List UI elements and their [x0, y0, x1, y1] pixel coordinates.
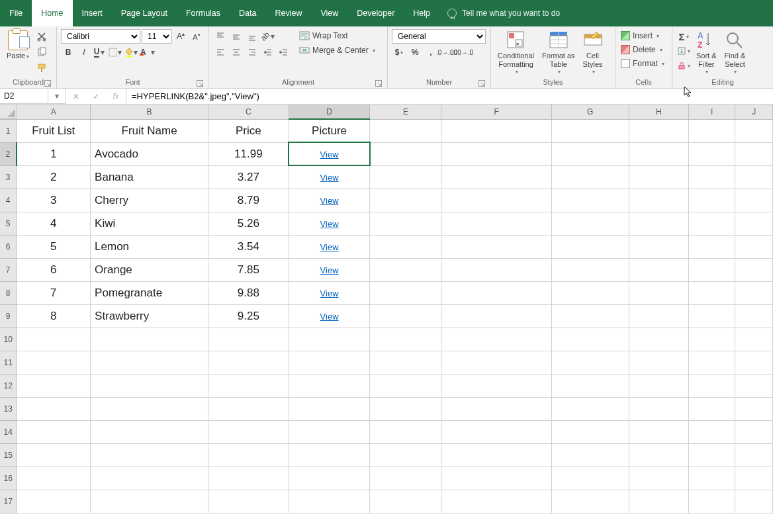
cell-D11[interactable] — [289, 351, 370, 374]
cell-B3[interactable]: Banana — [91, 165, 208, 189]
cells-insert-button[interactable]: Insert — [619, 29, 660, 42]
cell-J11[interactable] — [735, 351, 773, 374]
row-header-6[interactable]: 6 — [0, 235, 17, 258]
tab-view[interactable]: View — [311, 0, 347, 26]
cell-H2[interactable] — [629, 142, 688, 165]
bold-button[interactable]: B — [61, 45, 75, 60]
row-header-5[interactable]: 5 — [0, 212, 17, 235]
hyperlink[interactable]: View — [320, 219, 339, 229]
cell-C3[interactable]: 3.27 — [208, 165, 289, 189]
hyperlink[interactable]: View — [320, 196, 339, 206]
cell-F12[interactable] — [441, 374, 551, 397]
cell-F9[interactable] — [441, 304, 551, 328]
cell-J13[interactable] — [735, 397, 773, 420]
cell-G6[interactable] — [551, 235, 629, 258]
cell-J14[interactable] — [735, 420, 773, 443]
comma-style-button[interactable]: , — [424, 45, 438, 60]
cell-A17[interactable] — [17, 490, 91, 513]
cell-G14[interactable] — [551, 420, 629, 443]
cell-C8[interactable]: 9.88 — [208, 281, 289, 304]
cell-I7[interactable] — [688, 258, 735, 281]
cell-E1[interactable] — [370, 119, 441, 142]
find-select-button[interactable]: Find & Select — [722, 29, 749, 77]
row-header-15[interactable]: 15 — [0, 443, 17, 466]
cell-B15[interactable] — [91, 443, 208, 466]
row-header-14[interactable]: 14 — [0, 420, 17, 443]
cell-B17[interactable] — [91, 490, 208, 513]
cell-A14[interactable] — [17, 420, 91, 443]
cell-A10[interactable] — [17, 328, 91, 351]
cell-G1[interactable] — [551, 119, 629, 142]
cell-G4[interactable] — [551, 189, 629, 212]
cell-G8[interactable] — [551, 281, 629, 304]
cell-H6[interactable] — [629, 235, 688, 258]
cell-C15[interactable] — [208, 443, 289, 466]
cell-C2[interactable]: 11.99 — [208, 142, 289, 165]
cell-F3[interactable] — [441, 165, 551, 189]
wrap-text-button[interactable]: Wrap Text — [298, 29, 383, 42]
cell-H10[interactable] — [629, 328, 688, 351]
cell-E15[interactable] — [370, 443, 441, 466]
orientation-button[interactable]: ab▾ — [261, 29, 275, 44]
cell-E17[interactable] — [370, 490, 441, 513]
cell-C6[interactable]: 3.54 — [208, 235, 289, 258]
column-header-A[interactable]: A — [17, 105, 91, 119]
conditional-formatting-button[interactable]: ≠ Conditional Formatting — [495, 29, 537, 77]
hyperlink[interactable]: View — [320, 265, 339, 275]
cell-F10[interactable] — [441, 328, 551, 351]
cell-A9[interactable]: 8 — [17, 304, 91, 328]
cell-C11[interactable] — [208, 351, 289, 374]
merge-center-button[interactable]: Merge & Center — [298, 44, 383, 57]
hyperlink[interactable]: View — [320, 288, 339, 298]
cell-J3[interactable] — [735, 165, 773, 189]
cell-C13[interactable] — [208, 397, 289, 420]
cell-A13[interactable] — [17, 397, 91, 420]
cell-A1[interactable]: Fruit List — [17, 119, 91, 142]
cell-J8[interactable] — [735, 281, 773, 304]
cell-F2[interactable] — [441, 142, 551, 165]
cell-F1[interactable] — [441, 119, 551, 142]
cell-G5[interactable] — [551, 212, 629, 235]
cell-C9[interactable]: 9.25 — [208, 304, 289, 328]
row-header-17[interactable]: 17 — [0, 490, 17, 513]
cell-A3[interactable]: 2 — [17, 165, 91, 189]
cell-D12[interactable] — [289, 374, 370, 397]
cell-D3[interactable]: View — [289, 165, 370, 189]
tab-insert[interactable]: Insert — [73, 0, 112, 26]
cell-G3[interactable] — [551, 165, 629, 189]
row-header-8[interactable]: 8 — [0, 281, 17, 304]
cell-I13[interactable] — [688, 397, 735, 420]
cells-format-button[interactable]: Format — [619, 57, 666, 70]
tab-review[interactable]: Review — [265, 0, 311, 26]
cell-B12[interactable] — [91, 374, 208, 397]
cell-G15[interactable] — [551, 443, 629, 466]
row-header-1[interactable]: 1 — [0, 119, 17, 142]
hyperlink[interactable]: View — [320, 242, 339, 252]
row-header-4[interactable]: 4 — [0, 189, 17, 212]
cell-C1[interactable]: Price — [208, 119, 289, 142]
enter-formula-button[interactable]: ✓ — [86, 89, 106, 104]
spreadsheet-grid[interactable]: ABCDEFGHIJ1Fruit ListFruit NamePricePict… — [0, 105, 773, 513]
tab-formulas[interactable]: Formulas — [177, 0, 230, 26]
cell-D10[interactable] — [289, 328, 370, 351]
percent-style-button[interactable]: % — [408, 45, 422, 60]
cell-B11[interactable] — [91, 351, 208, 374]
font-size-select[interactable]: 11 — [142, 29, 172, 44]
cell-A11[interactable] — [17, 351, 91, 374]
cell-J6[interactable] — [735, 235, 773, 258]
cell-D15[interactable] — [289, 443, 370, 466]
cell-I16[interactable] — [688, 466, 735, 490]
cell-H4[interactable] — [629, 189, 688, 212]
cell-C17[interactable] — [208, 490, 289, 513]
cell-D9[interactable]: View — [289, 304, 370, 328]
column-header-D[interactable]: D — [289, 105, 370, 119]
row-header-13[interactable]: 13 — [0, 397, 17, 420]
cell-J10[interactable] — [735, 328, 773, 351]
cell-B8[interactable]: Pomegranate — [91, 281, 208, 304]
cell-A5[interactable]: 4 — [17, 212, 91, 235]
row-header-7[interactable]: 7 — [0, 258, 17, 281]
cell-I14[interactable] — [688, 420, 735, 443]
cell-H3[interactable] — [629, 165, 688, 189]
tab-file[interactable]: File — [0, 0, 32, 26]
cell-B2[interactable]: Avocado — [91, 142, 208, 165]
